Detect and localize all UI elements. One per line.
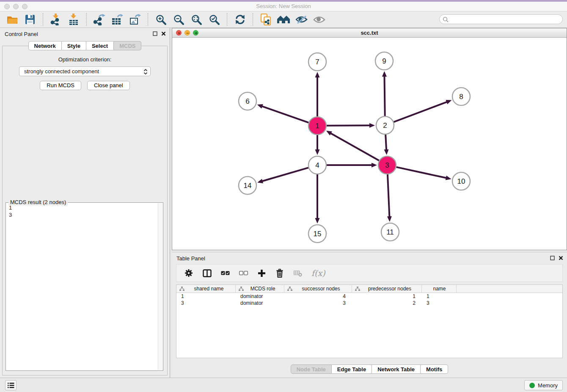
show-all-views-button[interactable] bbox=[277, 12, 290, 27]
table-cell: 1 bbox=[352, 293, 422, 300]
result-scrollbar[interactable] bbox=[158, 203, 162, 370]
control-panel-title: Control Panel bbox=[5, 31, 38, 37]
toolbar-separator bbox=[148, 13, 148, 26]
floppy-disk-icon bbox=[25, 14, 35, 25]
edge-arrowhead-1-7 bbox=[315, 72, 320, 77]
toolbar-separator bbox=[43, 13, 43, 26]
export-table-button[interactable] bbox=[110, 12, 124, 27]
zoom-out-button[interactable] bbox=[172, 12, 185, 27]
gear-icon bbox=[184, 269, 193, 277]
list-icon bbox=[7, 382, 14, 389]
network-view-window: scc.txt 7968124314101511 bbox=[172, 28, 567, 250]
tab-network[interactable]: Network bbox=[28, 41, 62, 50]
zoom-in-button[interactable] bbox=[154, 12, 168, 27]
table-settings-button[interactable] bbox=[184, 269, 193, 277]
split-columns-button[interactable] bbox=[202, 269, 212, 277]
column-header-name[interactable]: name bbox=[422, 285, 457, 293]
eye-icon bbox=[313, 15, 325, 24]
tab-motifs[interactable]: Motifs bbox=[421, 364, 448, 374]
table-row[interactable]: 1dominator411 bbox=[176, 293, 562, 300]
column-header-predecessor-nodes[interactable]: predecessor nodes bbox=[352, 285, 422, 293]
close-panel-icon[interactable] bbox=[161, 31, 166, 36]
edge-3-10[interactable] bbox=[396, 167, 446, 178]
edge-2-9[interactable] bbox=[384, 76, 385, 116]
network-window-titlebar[interactable]: scc.txt bbox=[172, 28, 567, 38]
task-history-button[interactable] bbox=[5, 380, 17, 390]
deselect-all-rows-button[interactable] bbox=[239, 271, 248, 275]
close-panel-button[interactable]: Close panel bbox=[87, 81, 130, 90]
search-field[interactable] bbox=[439, 14, 563, 24]
delete-table-button[interactable] bbox=[293, 270, 303, 277]
select-all-rows-button[interactable] bbox=[220, 271, 230, 275]
main-toolbar bbox=[0, 11, 567, 28]
edge-1-2[interactable] bbox=[327, 125, 370, 126]
edge-arrowhead-4-15 bbox=[315, 218, 320, 224]
hide-selected-button[interactable] bbox=[295, 12, 308, 27]
copy-network-view-button[interactable] bbox=[259, 12, 272, 27]
table-panel-tabs: Node TableEdge TableNetwork TableMotifs bbox=[172, 364, 567, 374]
minimize-window-button[interactable] bbox=[13, 4, 19, 9]
edge-arrowhead-2-3 bbox=[384, 149, 389, 155]
tab-select[interactable]: Select bbox=[86, 41, 114, 50]
table-cell: dominator bbox=[236, 300, 284, 306]
run-mcds-button[interactable]: Run MCDS bbox=[40, 81, 81, 90]
export-image-button[interactable] bbox=[128, 12, 142, 27]
float-panel-icon[interactable] bbox=[153, 31, 157, 36]
show-hidden-button[interactable] bbox=[312, 12, 326, 27]
add-column-button[interactable] bbox=[257, 269, 266, 277]
edge-arrowhead-2-8 bbox=[446, 100, 451, 104]
column-header-MCDS-role[interactable]: MCDS role bbox=[236, 285, 284, 293]
table-row[interactable]: 3dominator323 bbox=[176, 300, 562, 306]
edge-arrowhead-1-2 bbox=[369, 123, 375, 128]
import-table-button[interactable] bbox=[67, 12, 80, 27]
edge-3-1[interactable] bbox=[330, 133, 379, 160]
maximize-view-button[interactable] bbox=[193, 30, 198, 36]
toolbar-separator bbox=[227, 13, 227, 26]
criterion-dropdown[interactable]: strongly connected component bbox=[19, 66, 151, 76]
column-header-successor-nodes[interactable]: successor nodes bbox=[284, 285, 352, 293]
node-label-14: 14 bbox=[244, 182, 252, 190]
refresh-icon bbox=[234, 14, 246, 25]
edge-2-3[interactable] bbox=[385, 135, 386, 150]
export-image-icon bbox=[129, 14, 141, 25]
zoom-fit-button[interactable] bbox=[190, 12, 203, 27]
zoom-selected-button[interactable] bbox=[207, 12, 221, 27]
zoom-window-button[interactable] bbox=[22, 4, 28, 9]
edge-4-14[interactable] bbox=[262, 168, 308, 181]
tab-network-table[interactable]: Network Table bbox=[372, 364, 421, 374]
open-session-button[interactable] bbox=[6, 12, 19, 27]
edge-2-8[interactable] bbox=[394, 102, 448, 122]
table-cell: 1 bbox=[422, 293, 457, 300]
edge-3-11[interactable] bbox=[388, 174, 389, 217]
close-panel-icon[interactable] bbox=[559, 256, 563, 260]
minimize-view-button[interactable] bbox=[184, 30, 190, 36]
trash-icon bbox=[276, 269, 284, 278]
float-panel-icon[interactable] bbox=[550, 256, 555, 260]
node-label-2: 2 bbox=[383, 121, 387, 130]
apply-function-button[interactable]: f(x) bbox=[311, 268, 325, 278]
split-columns-icon bbox=[203, 269, 212, 277]
network-graph-canvas[interactable]: 7968124314101511 bbox=[172, 38, 567, 250]
tab-edge-table[interactable]: Edge Table bbox=[332, 364, 372, 374]
edge-1-6[interactable] bbox=[261, 106, 308, 123]
export-network-button[interactable] bbox=[93, 12, 106, 27]
save-session-button[interactable] bbox=[23, 12, 37, 27]
memory-button[interactable]: Memory bbox=[524, 380, 563, 390]
delete-column-button[interactable] bbox=[275, 269, 284, 278]
column-header-shared-name[interactable]: shared name bbox=[176, 285, 236, 293]
tab-node-table[interactable]: Node Table bbox=[291, 364, 332, 374]
import-network-button[interactable] bbox=[49, 12, 63, 27]
eye-slash-icon bbox=[295, 15, 308, 25]
close-window-button[interactable] bbox=[4, 4, 10, 9]
search-input[interactable] bbox=[449, 16, 562, 23]
tab-style[interactable]: Style bbox=[62, 41, 86, 50]
refresh-view-button[interactable] bbox=[233, 12, 247, 27]
table-cell: 1 bbox=[176, 293, 236, 300]
node-label-8: 8 bbox=[459, 93, 463, 101]
tab-mcds[interactable]: MCDS bbox=[114, 41, 141, 50]
edge-arrowhead-1-6 bbox=[257, 104, 263, 108]
mcds-result-list[interactable]: 1 3 bbox=[6, 203, 157, 370]
close-view-button[interactable] bbox=[176, 30, 182, 36]
node-table[interactable]: shared nameMCDS rolesuccessor nodesprede… bbox=[176, 284, 563, 358]
zoom-in-icon bbox=[155, 14, 167, 25]
